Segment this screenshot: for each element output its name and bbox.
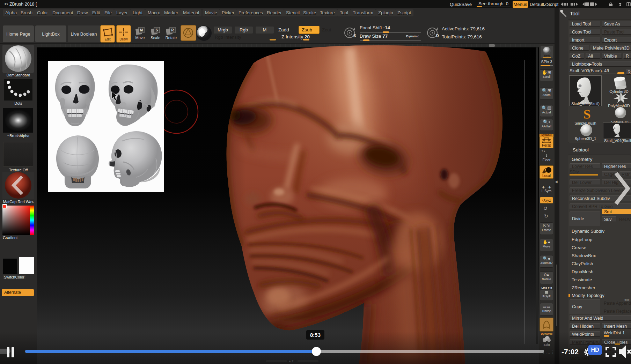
svg-text:Rotate: Rotate bbox=[166, 36, 177, 40]
svg-text:S: S bbox=[156, 28, 158, 32]
svg-text:Move: Move bbox=[135, 36, 145, 40]
svg-text:Draw: Draw bbox=[119, 37, 128, 41]
svg-text:S: S bbox=[583, 108, 590, 121]
svg-text:Edit: Edit bbox=[104, 37, 110, 41]
svg-text:R: R bbox=[171, 28, 174, 32]
svg-text:S: S bbox=[353, 34, 356, 38]
svg-text:BPR: BPR bbox=[544, 54, 550, 57]
svg-text:Scale: Scale bbox=[151, 36, 160, 40]
svg-text:M: M bbox=[140, 28, 143, 32]
svg-text:D: D bbox=[436, 34, 439, 38]
